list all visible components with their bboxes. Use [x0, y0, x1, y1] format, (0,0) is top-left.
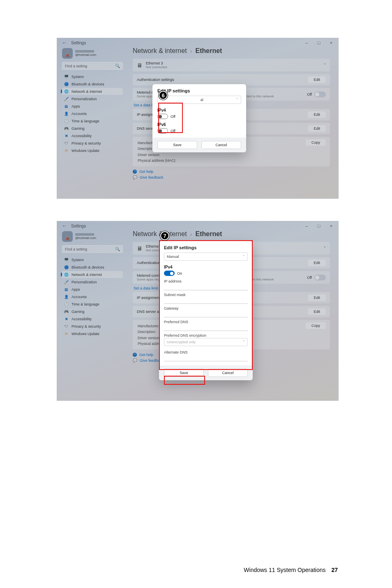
nav-icon: 🖥️ [64, 74, 69, 79]
sidebar-item-accounts[interactable]: 👤Accounts [62, 293, 123, 300]
sidebar: 🗼 @hotmail.com Find a setting 🔍 🖥️System… [57, 46, 127, 198]
sidebar-item-label: Privacy & security [71, 324, 101, 328]
sidebar-item-apps[interactable]: ▦Apps [62, 103, 123, 110]
minimize-icon[interactable]: – [302, 223, 311, 228]
save-button[interactable]: Save [157, 141, 197, 149]
nav-icon: 🌐 [64, 272, 69, 277]
sidebar-item-accessibility[interactable]: ✖Accessibility [62, 132, 123, 139]
search-icon: 🔍 [115, 247, 120, 251]
dns-edit-button[interactable]: Edit [308, 308, 326, 315]
sidebar-item-label: Privacy & security [71, 141, 101, 145]
nav-icon: ⟳ [64, 331, 69, 336]
give-feedback-link[interactable]: 💬 Give feedback [133, 175, 330, 179]
window-controls: – □ × [302, 40, 336, 45]
auth-edit-button[interactable]: Edit [308, 260, 326, 266]
get-help-link[interactable]: ? Get help [133, 170, 330, 174]
highlight-save-button [164, 376, 205, 385]
chevron-up-icon: ˄ [324, 63, 326, 67]
chevron-up-icon: ˄ [324, 246, 326, 250]
nav-icon: 🖌️ [64, 280, 69, 284]
sidebar-item-privacy-security[interactable]: 🛡Privacy & security [62, 140, 123, 147]
sidebar-item-label: Gaming [71, 126, 85, 131]
sidebar-item-time-language[interactable]: 🕘Time & language [62, 301, 123, 308]
ethernet-header[interactable]: 🖥 Ethernet 3 Not connected ˄ [133, 59, 330, 71]
sidebar-nav: 🖥️System🔵Bluetooth & devices🌐Network & i… [62, 256, 123, 337]
sidebar-item-label: Apps [71, 104, 80, 108]
search-icon: 🔍 [115, 64, 120, 68]
sidebar-item-system[interactable]: 🖥️System [62, 256, 123, 263]
sidebar: 🗼 @hotmail.com Find a setting 🔍 🖥️System… [57, 230, 127, 400]
sidebar-item-label: Time & language [71, 119, 99, 123]
close-icon[interactable]: × [327, 223, 336, 228]
sidebar-item-time-language[interactable]: 🕘Time & language [62, 117, 123, 124]
sidebar-item-network-internet[interactable]: 🌐Network & internet [62, 271, 123, 278]
ip-assign-edit-button[interactable]: Edit [308, 294, 326, 301]
sidebar-item-windows-update[interactable]: ⟳Windows Update [62, 330, 123, 337]
window-title: Settings [71, 41, 86, 45]
nav-icon: 🖥️ [64, 257, 69, 262]
sidebar-item-label: Windows Update [71, 149, 99, 153]
sidebar-item-label: Accessibility [71, 317, 92, 321]
breadcrumb: Network & internet › Ethernet [133, 47, 330, 55]
nav-icon: 🖌️ [64, 96, 69, 101]
nav-icon: 👤 [64, 111, 69, 116]
nav-icon: 🕘 [64, 302, 69, 306]
nav-icon: 🛡 [64, 324, 69, 328]
sidebar-item-gaming[interactable]: 🎮Gaming [62, 308, 123, 315]
dns-edit-button[interactable]: Edit [308, 125, 326, 132]
feedback-icon: 💬 [133, 175, 137, 179]
sidebar-item-personalization[interactable]: 🖌️Personalization [62, 278, 123, 285]
back-icon[interactable]: ← [62, 40, 67, 46]
maximize-icon[interactable]: □ [314, 223, 323, 228]
sidebar-item-bluetooth-devices[interactable]: 🔵Bluetooth & devices [62, 264, 123, 271]
cancel-button[interactable]: Cancel [208, 369, 248, 377]
sidebar-item-system[interactable]: 🖥️System [62, 73, 123, 80]
sidebar-item-label: Bluetooth & devices [71, 82, 104, 86]
highlight-ipv4-ipv6 [158, 103, 183, 133]
sidebar-item-gaming[interactable]: 🎮Gaming [62, 125, 123, 132]
page-footer: Windows 11 System Operations 27 [244, 567, 338, 573]
nav-icon: ✖ [64, 133, 69, 138]
copy-button[interactable]: Copy [306, 139, 326, 146]
dialog-title: Edit IP settings [157, 88, 241, 93]
metered-toggle[interactable] [314, 92, 326, 97]
sidebar-item-label: Network & internet [71, 273, 102, 277]
metered-toggle[interactable] [314, 275, 326, 280]
sidebar-item-label: Personalization [71, 97, 97, 101]
nav-icon: 🎮 [64, 126, 69, 131]
sidebar-item-accessibility[interactable]: ✖Accessibility [62, 315, 123, 322]
sidebar-item-windows-update[interactable]: ⟳Windows Update [62, 147, 123, 154]
search-input[interactable]: Find a setting 🔍 [62, 245, 123, 253]
profile: 🗼 @hotmail.com [62, 48, 123, 59]
nav-icon: ✖ [64, 317, 69, 321]
nav-icon: 🔵 [64, 82, 69, 86]
sidebar-item-personalization[interactable]: 🖌️Personalization [62, 95, 123, 102]
sidebar-item-accounts[interactable]: 👤Accounts [62, 110, 123, 117]
copy-button[interactable]: Copy [306, 322, 326, 329]
sidebar-item-bluetooth-devices[interactable]: 🔵Bluetooth & devices [62, 80, 123, 87]
maximize-icon[interactable]: □ [314, 40, 323, 45]
sidebar-item-privacy-security[interactable]: 🛡Privacy & security [62, 323, 123, 330]
screenshot-step-7: ← Settings – □ × 🗼 @hotmail.com Find a s… [57, 221, 339, 401]
minimize-icon[interactable]: – [302, 40, 311, 45]
back-icon[interactable]: ← [62, 223, 67, 229]
sidebar-item-label: Accounts [71, 112, 87, 116]
avatar: 🗼 [62, 48, 73, 59]
sidebar-item-label: Accessibility [71, 134, 92, 138]
search-input[interactable]: Find a setting 🔍 [62, 62, 123, 70]
highlight-dialog-body [159, 240, 253, 370]
user-email: @hotmail.com [75, 53, 96, 57]
nav-icon: 🕘 [64, 119, 69, 123]
ethernet-icon: 🖥 [137, 245, 143, 252]
sidebar-item-label: Time & language [71, 302, 99, 306]
cancel-button[interactable]: Cancel [201, 141, 241, 149]
ip-assign-edit-button[interactable]: Edit [308, 111, 326, 118]
sidebar-item-apps[interactable]: ▦Apps [62, 286, 123, 293]
close-icon[interactable]: × [327, 40, 336, 45]
auth-edit-button[interactable]: Edit [308, 76, 326, 83]
sidebar-item-network-internet[interactable]: 🌐Network & internet [62, 88, 123, 95]
callout-7: 7 [160, 231, 169, 240]
nav-icon: 🛡 [64, 141, 69, 145]
sidebar-item-label: Network & internet [71, 90, 102, 94]
nav-icon: 🌐 [64, 89, 69, 94]
